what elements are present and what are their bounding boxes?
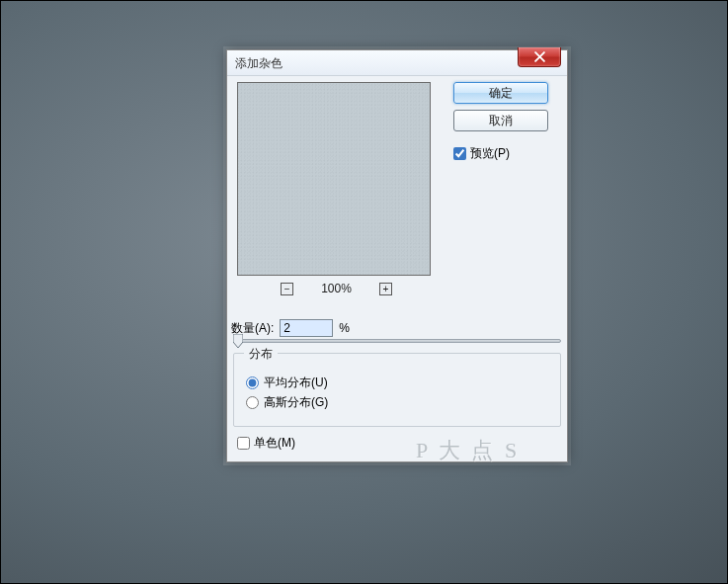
- close-icon: [534, 51, 545, 62]
- cancel-button[interactable]: 取消: [453, 110, 548, 131]
- slider-thumb-icon[interactable]: [233, 334, 243, 348]
- monochrome-checkbox[interactable]: [237, 437, 250, 450]
- zoom-level: 100%: [321, 282, 352, 295]
- add-noise-dialog: 添加杂色 − 100% + 确定 取消 预览(P): [226, 49, 568, 462]
- amount-slider[interactable]: [233, 339, 561, 343]
- radio-uniform-row[interactable]: 平均分布(U): [246, 375, 548, 391]
- radio-gaussian[interactable]: [246, 396, 259, 409]
- monochrome-label: 单色(M): [254, 435, 295, 452]
- close-button[interactable]: [518, 47, 561, 67]
- preview-checkbox-label: 预览(P): [470, 145, 510, 162]
- preview-checkbox-row[interactable]: 预览(P): [453, 145, 559, 162]
- distribution-group: 分布 平均分布(U) 高斯分布(G): [233, 353, 561, 427]
- amount-unit: %: [339, 321, 350, 335]
- monochrome-row[interactable]: 单色(M): [237, 435, 557, 452]
- radio-gaussian-row[interactable]: 高斯分布(G): [246, 394, 548, 411]
- ok-button[interactable]: 确定: [453, 82, 548, 104]
- zoom-in-button[interactable]: +: [379, 283, 392, 295]
- amount-input[interactable]: [280, 319, 333, 337]
- dialog-title: 添加杂色: [227, 50, 283, 76]
- radio-uniform[interactable]: [246, 376, 259, 389]
- distribution-legend: 分布: [244, 346, 278, 363]
- preview-checkbox[interactable]: [453, 147, 466, 160]
- radio-gaussian-label: 高斯分布(G): [264, 394, 328, 411]
- radio-uniform-label: 平均分布(U): [264, 375, 328, 391]
- zoom-out-button[interactable]: −: [281, 283, 293, 295]
- preview-canvas[interactable]: [237, 82, 431, 276]
- dialog-titlebar[interactable]: 添加杂色: [227, 50, 567, 76]
